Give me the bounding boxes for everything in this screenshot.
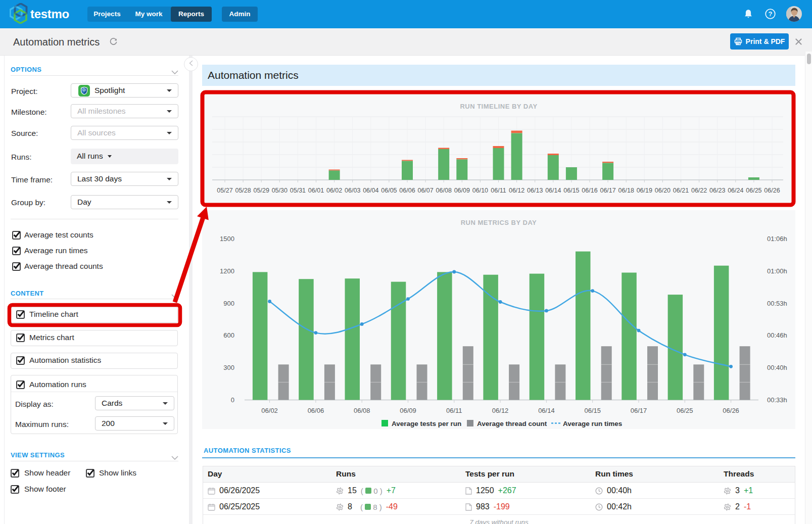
svg-text:RUN METRICS BY DAY: RUN METRICS BY DAY (461, 219, 537, 226)
svg-text:06/04: 06/04 (363, 187, 378, 194)
svg-text:06/07: 06/07 (417, 187, 433, 194)
svg-text:Average tests per run: Average tests per run (392, 420, 461, 427)
svg-text:06/21: 06/21 (673, 187, 689, 194)
svg-text:06/26: 06/26 (764, 187, 780, 194)
svg-text:00:33h: 00:33h (767, 396, 787, 404)
svg-text:06/18: 06/18 (618, 187, 634, 194)
svg-text:06/15: 06/15 (584, 407, 601, 414)
svg-text:Average run times: Average run times (563, 420, 622, 427)
svg-text:300: 300 (223, 364, 234, 371)
svg-text:06/03: 06/03 (345, 187, 360, 194)
svg-text:06/01: 06/01 (308, 187, 324, 194)
svg-text:06/17: 06/17 (631, 407, 647, 414)
svg-text:06/09: 06/09 (400, 407, 416, 414)
svg-text:05/29: 05/29 (254, 187, 269, 194)
svg-text:06/12: 06/12 (492, 407, 509, 414)
svg-text:00:53h: 00:53h (767, 300, 787, 307)
svg-text:600: 600 (223, 331, 234, 339)
svg-text:06/11: 06/11 (446, 407, 462, 414)
svg-text:06/09: 06/09 (454, 187, 470, 194)
svg-text:06/25: 06/25 (746, 187, 761, 194)
svg-text:05/28: 05/28 (235, 187, 251, 194)
svg-text:06/24: 06/24 (728, 187, 743, 194)
svg-text:06/14: 06/14 (545, 187, 561, 194)
svg-text:1200: 1200 (220, 267, 234, 275)
svg-text:06/05: 06/05 (381, 187, 397, 194)
svg-text:06/08: 06/08 (354, 407, 370, 414)
svg-text:06/10: 06/10 (472, 187, 488, 194)
svg-text:00:40h: 00:40h (767, 364, 787, 371)
svg-text:0: 0 (231, 396, 234, 404)
svg-text:06/06: 06/06 (308, 407, 324, 414)
svg-text:1500: 1500 (220, 235, 234, 243)
svg-text:06/12: 06/12 (509, 187, 524, 194)
svg-text:00:46h: 00:46h (767, 331, 787, 339)
svg-text:01:06h: 01:06h (767, 235, 787, 243)
svg-text:06/06: 06/06 (399, 187, 415, 194)
svg-text:06/26: 06/26 (723, 407, 739, 414)
svg-text:06/16: 06/16 (582, 187, 597, 194)
svg-text:05/27: 05/27 (217, 187, 232, 194)
svg-text:06/15: 06/15 (563, 187, 579, 194)
svg-text:06/14: 06/14 (538, 407, 555, 414)
svg-text:Average thread count: Average thread count (477, 420, 547, 427)
svg-text:01:00h: 01:00h (767, 267, 787, 275)
svg-text:06/13: 06/13 (527, 187, 543, 194)
svg-text:06/02: 06/02 (261, 407, 278, 414)
svg-text:RUN TIMELINE BY DAY: RUN TIMELINE BY DAY (460, 103, 537, 110)
svg-text:?: ? (769, 10, 773, 18)
svg-text:06/17: 06/17 (600, 187, 615, 194)
svg-text:900: 900 (223, 300, 234, 307)
svg-text:06/25: 06/25 (677, 407, 693, 414)
svg-text:06/22: 06/22 (691, 187, 707, 194)
svg-text:05/31: 05/31 (290, 187, 306, 194)
svg-text:06/02: 06/02 (326, 187, 342, 194)
svg-text:06/11: 06/11 (491, 187, 506, 194)
svg-text:05/30: 05/30 (272, 187, 288, 194)
svg-text:06/20: 06/20 (655, 187, 671, 194)
svg-text:06/08: 06/08 (436, 187, 452, 194)
svg-text:06/23: 06/23 (709, 187, 725, 194)
svg-text:06/19: 06/19 (637, 187, 652, 194)
